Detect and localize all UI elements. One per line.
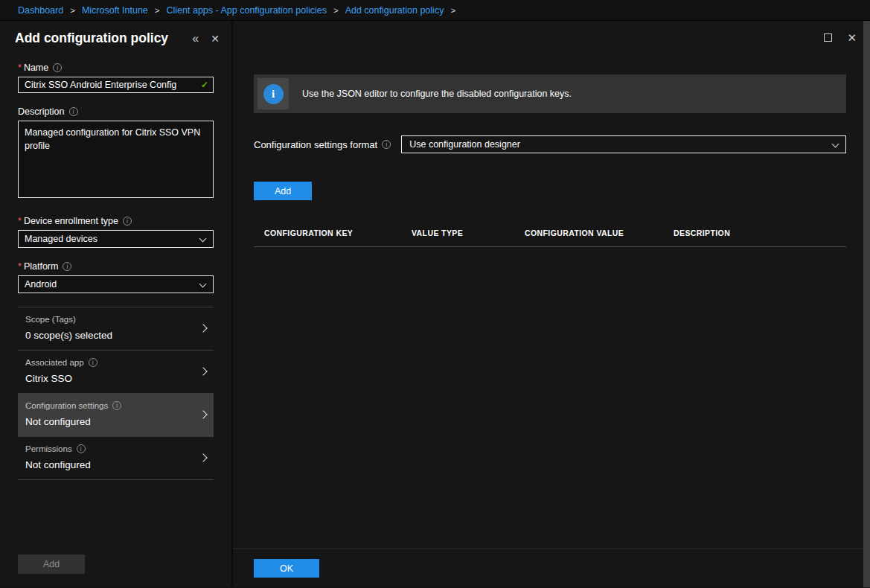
close-blade-icon[interactable]: ✕ [211, 33, 220, 45]
name-input-wrap [18, 77, 214, 93]
info-icon [263, 84, 284, 104]
format-info-icon[interactable] [382, 140, 391, 149]
device-enrollment-select[interactable]: Managed devices [18, 230, 214, 248]
format-row: Configuration settings format Use config… [254, 135, 846, 153]
associated-app-label-text: Associated app [25, 358, 84, 367]
platform-info-icon[interactable] [63, 262, 71, 271]
device-enrollment-label: Device enrollment type [18, 216, 214, 226]
platform-select[interactable]: Android [18, 275, 214, 293]
device-enrollment-label-text: Device enrollment type [24, 216, 118, 226]
permissions-value: Not configured [25, 459, 196, 470]
maximize-icon[interactable] [824, 33, 832, 42]
blade-body: Name Description Managed configuration f… [0, 52, 231, 546]
permissions-label-text: Permissions [25, 444, 72, 453]
ok-button[interactable]: OK [254, 559, 319, 578]
blade-title: Add configuration policy [15, 31, 192, 46]
format-label: Configuration settings format [254, 139, 391, 150]
chevron-down-icon [832, 141, 839, 148]
blade-header: Add configuration policy « ✕ [0, 21, 231, 52]
platform-label: Platform [18, 261, 214, 272]
scope-tags-label: Scope (Tags) [25, 315, 196, 324]
configuration-table-header: CONFIGURATION KEY VALUE TYPE CONFIGURATI… [254, 229, 846, 247]
scope-tags-value: 0 scope(s) selected [25, 330, 196, 341]
chevron-right-icon [199, 453, 207, 461]
column-configuration-value: CONFIGURATION VALUE [525, 229, 674, 237]
close-pane-icon[interactable]: ✕ [847, 32, 857, 43]
info-banner-text: Use the JSON editor to configure the dis… [302, 89, 572, 99]
permissions-label: Permissions [25, 444, 196, 453]
pane-body: Use the JSON editor to configure the dis… [233, 54, 870, 549]
breadcrumb-client-apps[interactable]: Client apps - App configuration policies [167, 5, 345, 16]
chevron-down-icon [199, 281, 207, 288]
configuration-settings-pane: ✕ Use the JSON editor to configure the d… [233, 21, 870, 587]
scope-tags-row[interactable]: Scope (Tags) 0 scope(s) selected [18, 307, 214, 350]
valid-check-icon [201, 80, 208, 90]
associated-app-label: Associated app [25, 358, 196, 367]
breadcrumb-dashboard[interactable]: Dashboard [18, 5, 82, 16]
info-banner: Use the JSON editor to configure the dis… [254, 74, 846, 113]
column-value-type: VALUE TYPE [412, 229, 525, 237]
description-label-text: Description [18, 106, 65, 117]
column-description: DESCRIPTION [674, 229, 846, 237]
platform-value: Android [25, 279, 57, 290]
associated-app-value: Citrix SSO [25, 373, 196, 384]
format-select-value: Use configuration designer [409, 139, 520, 150]
configuration-settings-value: Not configured [25, 416, 196, 427]
main-area: Add configuration policy « ✕ Name Descri… [0, 21, 870, 587]
platform-label-text: Platform [24, 261, 59, 272]
device-enrollment-info-icon[interactable] [123, 217, 132, 226]
scope-tags-label-text: Scope (Tags) [25, 315, 76, 324]
name-label: Name [18, 63, 214, 73]
intune-portal-window: Dashboard Microsoft Intune Client apps -… [0, 0, 870, 588]
configuration-settings-label-text: Configuration settings [25, 401, 108, 410]
pane-footer: OK [233, 549, 870, 587]
configuration-settings-info-icon[interactable] [112, 401, 121, 410]
column-configuration-key: CONFIGURATION KEY [264, 229, 412, 237]
vertical-scrollbar[interactable] [863, 21, 870, 587]
format-select[interactable]: Use configuration designer [401, 135, 846, 153]
chevron-down-icon [199, 235, 207, 243]
info-icon-box [258, 78, 289, 109]
breadcrumb: Dashboard Microsoft Intune Client apps -… [0, 0, 870, 21]
name-input[interactable] [18, 77, 214, 93]
associated-app-row[interactable]: Associated app Citrix SSO [18, 350, 214, 393]
device-enrollment-value: Managed devices [25, 234, 97, 244]
description-label: Description [18, 106, 214, 117]
associated-app-info-icon[interactable] [89, 358, 97, 367]
permissions-info-icon[interactable] [77, 444, 86, 453]
name-label-text: Name [24, 63, 48, 73]
permissions-row[interactable]: Permissions Not configured [18, 436, 214, 480]
breadcrumb-microsoft-intune[interactable]: Microsoft Intune [82, 5, 167, 16]
blade-footer: Add [0, 546, 231, 587]
description-info-icon[interactable] [69, 107, 78, 116]
configuration-settings-row[interactable]: Configuration settings Not configured [18, 393, 214, 436]
format-label-text: Configuration settings format [254, 139, 377, 150]
collapse-blade-icon[interactable]: « [192, 32, 199, 45]
chevron-right-icon [199, 410, 207, 418]
configuration-settings-label: Configuration settings [25, 401, 196, 410]
name-info-icon[interactable] [53, 63, 62, 72]
breadcrumb-add-configuration-policy[interactable]: Add configuration policy [345, 5, 462, 16]
pane-chrome: ✕ [233, 21, 870, 54]
add-configuration-policy-blade: Add configuration policy « ✕ Name Descri… [0, 21, 233, 587]
add-configuration-key-button[interactable]: Add [254, 182, 312, 200]
blade-add-button[interactable]: Add [18, 555, 85, 574]
blade-section-list: Scope (Tags) 0 scope(s) selected Associa… [18, 307, 214, 480]
chevron-right-icon [199, 367, 207, 375]
chevron-right-icon [199, 324, 207, 332]
description-textarea[interactable]: Managed configuration for Citrix SSO VPN… [18, 121, 214, 198]
